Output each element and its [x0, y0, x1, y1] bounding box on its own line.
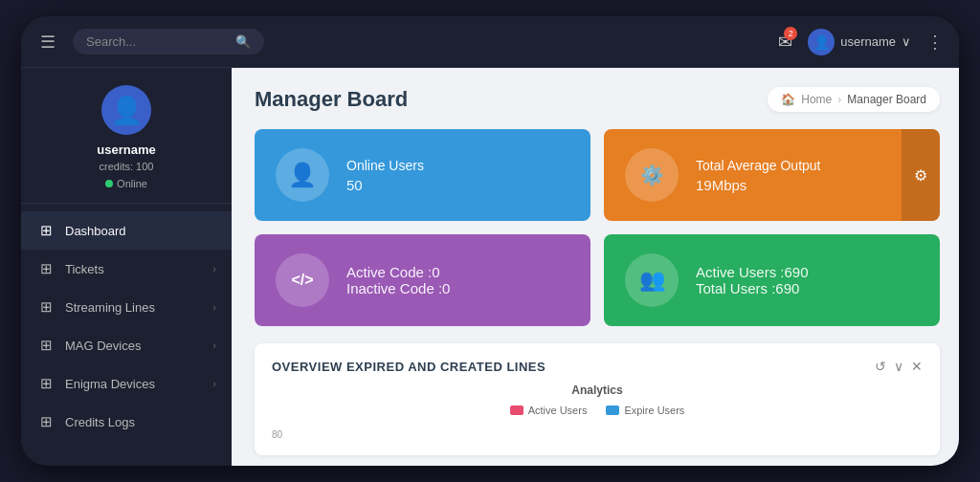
active-users-legend-dot: [510, 405, 523, 415]
sidebar-item-mag-devices[interactable]: ⊞ MAG Devices ›: [21, 326, 232, 364]
dashboard-icon: ⊞: [36, 222, 56, 239]
stat-value: 50: [346, 177, 424, 193]
avg-output-icon: ⚙️: [625, 148, 679, 202]
online-label: Online: [117, 178, 147, 189]
breadcrumb-home: Home: [801, 93, 832, 106]
stat-card-active-code: </> Active Code :0 Inactive Code :0: [255, 234, 590, 326]
legend-expire-users: Expire Users: [606, 405, 684, 416]
breadcrumb: 🏠 Home › Manager Board: [768, 87, 940, 112]
sidebar-item-dashboard[interactable]: ⊞ Dashboard: [21, 211, 232, 250]
user-info[interactable]: 👤 username ∨: [808, 29, 911, 55]
stat-value: Active Users :690: [696, 264, 809, 280]
stat-label: Online Users: [346, 158, 424, 173]
stat-card-active-users: 👥 Active Users :690 Total Users :690: [604, 234, 940, 326]
stat-value2: Total Users :690: [696, 280, 809, 296]
navbar: ☰ 🔍 ✉ 2 👤 username ∨ ⋮: [21, 16, 959, 68]
chart-controls: ↺ ∨ ✕: [875, 359, 923, 374]
enigma-devices-icon: ⊞: [36, 375, 56, 392]
nav-right: ✉ 2 👤 username ∨ ⋮: [778, 29, 944, 55]
content: Manager Board 🏠 Home › Manager Board 👤 O…: [232, 68, 959, 466]
stat-value2: Inactive Code :0: [346, 280, 450, 296]
close-icon[interactable]: ✕: [911, 359, 923, 374]
stat-value: Active Code :0: [346, 264, 450, 280]
mag-devices-icon: ⊞: [36, 337, 56, 354]
chevron-right-icon: ›: [212, 301, 216, 313]
stats-grid: 👤 Online Users 50 ⚙️ Total Average Outpu…: [255, 129, 940, 326]
sidebar-item-label: MAG Devices: [65, 339, 141, 353]
sidebar-item-tickets[interactable]: ⊞ Tickets ›: [21, 250, 232, 288]
sidebar-item-enigma-devices[interactable]: ⊞ Enigma Devices ›: [21, 364, 232, 403]
sidebar-item-streaming-lines[interactable]: ⊞ Streaming Lines ›: [21, 288, 232, 326]
avatar: 👤: [808, 29, 835, 55]
stat-info-active-users: Active Users :690 Total Users :690: [696, 264, 809, 296]
page-header: Manager Board 🏠 Home › Manager Board: [255, 87, 940, 112]
page-title: Manager Board: [255, 87, 408, 112]
online-users-icon: 👤: [276, 148, 329, 202]
hamburger-icon[interactable]: ☰: [36, 28, 59, 56]
chart-section: OVERVIEW EXPIRED AND CREATED LINES ↺ ∨ ✕…: [255, 343, 940, 455]
sidebar-item-credits-logs[interactable]: ⊞ Credits Logs: [21, 403, 232, 441]
active-users-legend-label: Active Users: [528, 405, 588, 416]
nav-username: username: [840, 34, 896, 49]
chevron-down-icon: ∨: [902, 34, 911, 49]
sidebar: 👤 username credits: 100 Online ⊞ Dashboa…: [21, 68, 232, 466]
avatar-large: 👤: [101, 85, 151, 135]
chart-header: OVERVIEW EXPIRED AND CREATED LINES ↺ ∨ ✕: [272, 359, 923, 374]
stat-info-online-users: Online Users 50: [346, 158, 424, 193]
tickets-icon: ⊞: [36, 260, 56, 277]
stat-card-avg-output: ⚙️ Total Average Output 19Mbps ⚙: [604, 129, 940, 221]
chart-title: OVERVIEW EXPIRED AND CREATED LINES: [272, 360, 546, 374]
profile-credits: credits: 100: [100, 161, 154, 172]
online-dot: [105, 180, 113, 187]
chart-legend: Active Users Expire Users: [272, 405, 923, 416]
search-box[interactable]: 🔍: [73, 29, 264, 55]
expire-users-legend-dot: [606, 405, 619, 415]
credits-logs-icon: ⊞: [36, 413, 56, 430]
breadcrumb-separator: ›: [837, 93, 841, 106]
users-icon: 👥: [625, 253, 679, 307]
sidebar-item-label: Tickets: [65, 262, 104, 276]
search-input[interactable]: [86, 34, 228, 49]
main-layout: 👤 username credits: 100 Online ⊞ Dashboa…: [21, 68, 959, 466]
stat-card-online-users: 👤 Online Users 50: [255, 129, 590, 221]
home-icon: 🏠: [781, 93, 795, 106]
user-profile: 👤 username credits: 100 Online: [21, 68, 232, 204]
sidebar-item-label: Enigma Devices: [65, 377, 155, 391]
sidebar-item-label: Streaming Lines: [65, 300, 155, 315]
sidebar-item-label: Credits Logs: [65, 415, 135, 429]
search-icon: 🔍: [235, 34, 251, 49]
gear-button[interactable]: ⚙: [902, 129, 940, 221]
stat-value: 19Mbps: [696, 177, 821, 193]
expire-users-legend-label: Expire Users: [624, 405, 684, 416]
chevron-right-icon: ›: [212, 263, 216, 274]
notification-icon[interactable]: ✉ 2: [778, 32, 792, 53]
chevron-right-icon: ›: [212, 378, 216, 389]
chevron-right-icon: ›: [212, 340, 216, 351]
collapse-icon[interactable]: ∨: [894, 359, 903, 374]
stat-label: Total Average Output: [696, 158, 821, 173]
streaming-lines-icon: ⊞: [36, 298, 56, 316]
stat-info-avg-output: Total Average Output 19Mbps: [696, 158, 821, 193]
profile-username: username: [97, 142, 155, 157]
chart-y-label: 80: [272, 429, 282, 440]
legend-active-users: Active Users: [510, 405, 588, 416]
sidebar-item-label: Dashboard: [65, 224, 126, 238]
notification-badge: 2: [784, 27, 797, 40]
code-icon: </>: [276, 253, 329, 307]
more-icon[interactable]: ⋮: [926, 32, 944, 53]
analytics-label: Analytics: [272, 383, 923, 397]
breadcrumb-current: Manager Board: [847, 93, 926, 106]
stat-info-active-code: Active Code :0 Inactive Code :0: [346, 264, 450, 296]
refresh-icon[interactable]: ↺: [875, 359, 886, 374]
tablet-frame: ☰ 🔍 ✉ 2 👤 username ∨ ⋮ 👤 username cred: [21, 16, 959, 466]
online-status: Online: [105, 178, 147, 189]
